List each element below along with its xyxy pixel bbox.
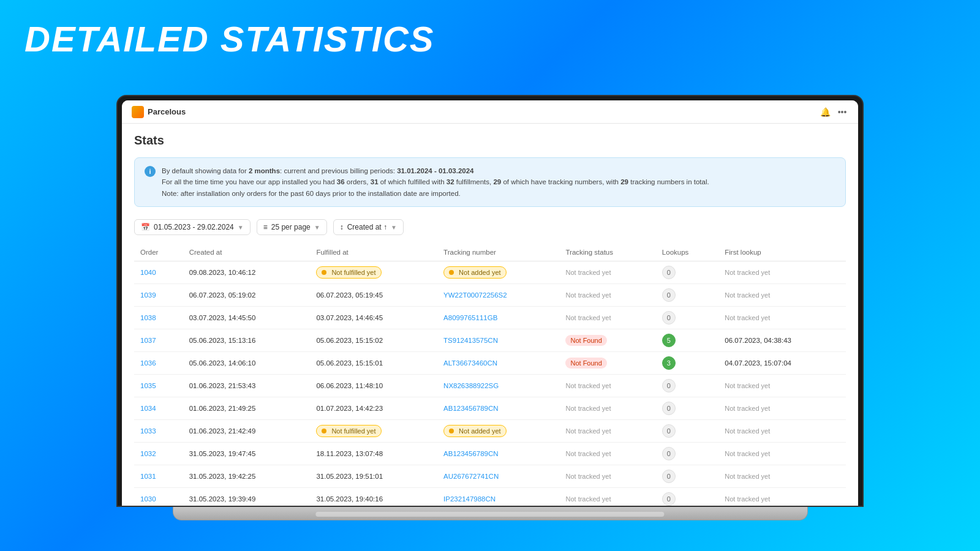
lookup-count: 0 bbox=[662, 311, 676, 324]
order-link[interactable]: 1032 bbox=[140, 450, 156, 457]
cell-lookups: 0 bbox=[656, 443, 718, 465]
table-body: 104009.08.2023, 10:46:12Not fulfilled ye… bbox=[134, 261, 846, 506]
cell-tracking-status: Not tracked yet bbox=[559, 465, 655, 488]
cell-fulfilled: 06.07.2023, 05:19:45 bbox=[310, 284, 437, 307]
first-lookup-not-tracked: Not tracked yet bbox=[725, 405, 770, 412]
cell-tracking-status: Not Found bbox=[559, 329, 655, 352]
not-added-badge: Not added yet bbox=[443, 266, 507, 279]
bell-icon[interactable]: 🔔 bbox=[819, 106, 831, 118]
tracking-link[interactable]: AU267672741CN bbox=[443, 473, 499, 480]
not-tracked-status: Not tracked yet bbox=[565, 314, 611, 321]
first-lookup-not-tracked: Not tracked yet bbox=[725, 450, 770, 457]
order-link[interactable]: 1036 bbox=[140, 359, 156, 367]
not-tracked-status: Not tracked yet bbox=[565, 473, 611, 480]
order-link[interactable]: 1031 bbox=[140, 473, 156, 480]
table-row: 103131.05.2023, 19:42:2531.05.2023, 19:5… bbox=[134, 465, 846, 488]
chevron-down-icon-2: ▼ bbox=[314, 224, 320, 231]
cell-tracking-status: Not tracked yet bbox=[559, 261, 655, 284]
more-icon[interactable]: ••• bbox=[836, 106, 848, 118]
not-added-badge: Not added yet bbox=[443, 425, 507, 437]
cell-fulfilled: 06.06.2023, 11:48:10 bbox=[310, 375, 437, 397]
cell-first-lookup: Not tracked yet bbox=[718, 443, 846, 465]
order-link[interactable]: 1034 bbox=[140, 405, 156, 412]
per-page-filter[interactable]: ≡ 25 per page ▼ bbox=[257, 219, 327, 235]
not-fulfilled-badge: Not fulfilled yet bbox=[316, 266, 381, 279]
laptop-screen-bezel: Parcelous 🔔 ••• Stats i By default showi… bbox=[116, 95, 864, 507]
cell-tracking-number: Not added yet bbox=[437, 420, 559, 443]
cell-tracking-number: IP232147988CN bbox=[437, 488, 559, 506]
lookup-count: 3 bbox=[662, 356, 676, 370]
cell-tracking-number: ALT36673460CN bbox=[437, 352, 559, 375]
laptop-inner-screen: Parcelous 🔔 ••• Stats i By default showi… bbox=[122, 100, 858, 506]
cell-created: 06.07.2023, 05:19:02 bbox=[183, 284, 311, 307]
order-link[interactable]: 1035 bbox=[140, 382, 156, 389]
cell-first-lookup: Not tracked yet bbox=[718, 488, 846, 506]
table-row: 103605.06.2023, 14:06:1005.06.2023, 15:1… bbox=[134, 352, 846, 375]
cell-created: 31.05.2023, 19:42:25 bbox=[183, 465, 311, 488]
laptop-stand bbox=[173, 507, 808, 520]
cell-tracking-number: AU267672741CN bbox=[437, 465, 559, 488]
first-lookup-not-tracked: Not tracked yet bbox=[725, 291, 770, 299]
cell-created: 01.06.2023, 21:42:49 bbox=[183, 420, 311, 443]
calendar-icon: 📅 bbox=[141, 223, 150, 231]
lookup-count: 0 bbox=[662, 470, 676, 483]
cell-order: 1032 bbox=[134, 443, 183, 465]
first-lookup-not-tracked: Not tracked yet bbox=[725, 495, 770, 503]
cell-lookups: 0 bbox=[656, 375, 718, 397]
cell-order: 1037 bbox=[134, 329, 183, 352]
tracking-link[interactable]: AB123456789CN bbox=[443, 405, 499, 412]
cell-tracking-status: Not tracked yet bbox=[559, 488, 655, 506]
cell-fulfilled: 01.07.2023, 14:42:23 bbox=[310, 397, 437, 420]
tracking-link[interactable]: YW22T00072256S2 bbox=[443, 291, 507, 299]
sort-icon: ↕ bbox=[340, 223, 344, 231]
cell-created: 01.06.2023, 21:53:43 bbox=[183, 375, 311, 397]
order-link[interactable]: 1040 bbox=[140, 269, 156, 276]
col-tracking-status: Tracking status bbox=[559, 244, 655, 261]
cell-order: 1035 bbox=[134, 375, 183, 397]
order-link[interactable]: 1038 bbox=[140, 314, 156, 321]
cell-first-lookup: Not tracked yet bbox=[718, 465, 846, 488]
cell-order: 1033 bbox=[134, 420, 183, 443]
tracking-link[interactable]: A8099765111GB bbox=[443, 314, 497, 321]
order-link[interactable]: 1030 bbox=[140, 495, 156, 503]
order-link[interactable]: 1039 bbox=[140, 291, 156, 299]
cell-created: 31.05.2023, 19:47:45 bbox=[183, 443, 311, 465]
date-range-filter[interactable]: 📅 01.05.2023 - 29.02.2024 ▼ bbox=[134, 219, 251, 235]
cell-first-lookup: Not tracked yet bbox=[718, 307, 846, 329]
sort-label: Created at ↑ bbox=[347, 223, 387, 231]
cell-created: 09.08.2023, 10:46:12 bbox=[183, 261, 311, 284]
not-fulfilled-badge: Not fulfilled yet bbox=[316, 425, 381, 437]
cell-tracking-number: TS912413575CN bbox=[437, 329, 559, 352]
cell-created: 01.06.2023, 21:49:25 bbox=[183, 397, 311, 420]
table-row: 103705.06.2023, 15:13:1605.06.2023, 15:1… bbox=[134, 329, 846, 352]
cell-created: 03.07.2023, 14:45:50 bbox=[183, 307, 311, 329]
not-found-badge: Not Found bbox=[565, 358, 606, 369]
tracking-link[interactable]: ALT36673460CN bbox=[443, 359, 497, 367]
app-logo-icon bbox=[132, 106, 144, 118]
cell-lookups: 5 bbox=[656, 329, 718, 352]
cell-created: 05.06.2023, 14:06:10 bbox=[183, 352, 311, 375]
cell-fulfilled: 03.07.2023, 14:46:45 bbox=[310, 307, 437, 329]
order-link[interactable]: 1033 bbox=[140, 427, 156, 435]
laptop-stand-highlight bbox=[315, 512, 664, 517]
tracking-link[interactable]: AB123456789CN bbox=[443, 450, 499, 457]
info-text: By default showing data for 2 months: cu… bbox=[162, 165, 709, 199]
lookup-count: 0 bbox=[662, 266, 676, 279]
tracking-link[interactable]: TS912413575CN bbox=[443, 337, 498, 344]
table-row: 103231.05.2023, 19:47:4518.11.2023, 13:0… bbox=[134, 443, 846, 465]
app-header: Parcelous 🔔 ••• bbox=[122, 100, 858, 124]
lookup-count: 0 bbox=[662, 288, 676, 302]
order-link[interactable]: 1037 bbox=[140, 337, 156, 344]
not-tracked-status: Not tracked yet bbox=[565, 291, 611, 299]
cell-order: 1036 bbox=[134, 352, 183, 375]
date-range-label: 01.05.2023 - 29.02.2024 bbox=[154, 223, 234, 231]
cell-order: 1031 bbox=[134, 465, 183, 488]
cell-tracking-number: NX826388922SG bbox=[437, 375, 559, 397]
tracking-link[interactable]: NX826388922SG bbox=[443, 382, 499, 389]
col-first-lookup: First lookup bbox=[718, 244, 846, 261]
tracking-link[interactable]: IP232147988CN bbox=[443, 495, 496, 503]
sort-filter[interactable]: ↕ Created at ↑ ▼ bbox=[333, 219, 404, 235]
lookup-count: 0 bbox=[662, 379, 676, 392]
first-lookup-not-tracked: Not tracked yet bbox=[725, 314, 770, 321]
cell-fulfilled: Not fulfilled yet bbox=[310, 420, 437, 443]
